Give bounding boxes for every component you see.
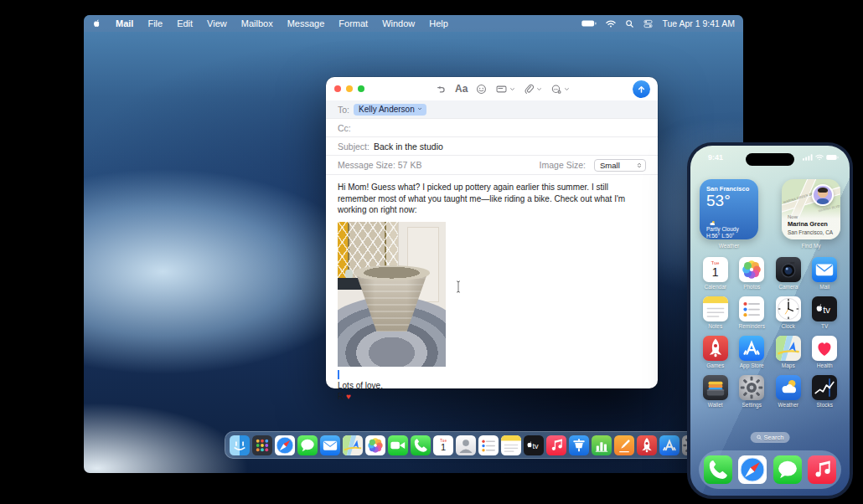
header-fields-button[interactable] xyxy=(495,84,515,95)
shelf-ceramic xyxy=(345,270,353,278)
iphone-dock-messages[interactable] xyxy=(773,455,802,484)
close-window-button[interactable] xyxy=(334,85,341,92)
undo-button[interactable] xyxy=(435,83,447,95)
iphone-app-mail[interactable]: Mail xyxy=(808,257,841,290)
attach-file-button[interactable] xyxy=(524,84,542,95)
dock-item-contacts[interactable] xyxy=(456,435,476,455)
finder-icon xyxy=(230,435,250,455)
dock-item-finder[interactable] xyxy=(230,435,250,455)
format-text-button[interactable]: Aa xyxy=(455,83,468,95)
iphone-app-notes[interactable]: Notes xyxy=(699,296,732,329)
status-time: 9:41 xyxy=(708,153,723,162)
apple-menu-icon[interactable] xyxy=(92,18,102,29)
dock-item-mail[interactable] xyxy=(320,435,340,455)
iphone-dock-phone[interactable] xyxy=(704,455,732,484)
menu-item-view[interactable]: View xyxy=(207,18,227,28)
iphone-app-stocks[interactable]: Stocks xyxy=(808,375,841,408)
iphone: 9:41 San Francisco 53° Partly Cloudy H:5… xyxy=(687,142,853,499)
dock-item-photos[interactable] xyxy=(365,435,385,455)
iphone-screen: 9:41 San Francisco 53° Partly Cloudy H:5… xyxy=(690,146,850,496)
compose-toolbar: Aa xyxy=(326,77,658,100)
iphone-app-app-store[interactable]: App Store xyxy=(735,336,768,368)
iphone-app-reminders[interactable]: Reminders xyxy=(735,296,768,329)
recipient-token[interactable]: Kelly Anderson xyxy=(354,104,426,116)
iphone-app-calendar[interactable]: Tue1Calendar xyxy=(699,257,732,290)
games-icon xyxy=(703,336,728,361)
control-center-icon[interactable] xyxy=(643,19,653,28)
games-icon xyxy=(637,435,657,455)
iphone-app-settings[interactable]: Settings xyxy=(735,375,768,408)
dock-item-notes[interactable] xyxy=(501,435,521,455)
message-body[interactable]: Hi Mom! Guess what? I picked up pottery … xyxy=(326,175,658,403)
tv-icon xyxy=(524,435,544,455)
app-grid: Tue1Calendar Photos Camera Mail Notes Re… xyxy=(697,257,843,408)
cc-label: Cc: xyxy=(338,123,351,133)
mac-desktop: Mail File Edit View Mailbox Message Form… xyxy=(84,15,743,473)
mail-icon xyxy=(320,435,340,455)
minimize-window-button[interactable] xyxy=(346,85,353,92)
image-size-select[interactable]: Small xyxy=(594,159,646,172)
spotlight-search-pill[interactable]: Search xyxy=(751,432,790,443)
search-icon[interactable] xyxy=(625,19,634,28)
stocks-icon xyxy=(812,375,837,400)
dock-item-calendar[interactable]: Tue1 xyxy=(433,435,453,455)
pages-icon xyxy=(614,435,634,455)
dock-item-facetime[interactable] xyxy=(388,435,408,455)
iphone-app-weather[interactable]: Weather xyxy=(772,375,805,408)
subject-label: Subject: xyxy=(338,141,369,152)
iphone-app-camera[interactable]: Camera xyxy=(772,257,805,290)
dock-item-reminders[interactable] xyxy=(478,435,499,455)
menu-item-help[interactable]: Help xyxy=(429,18,448,28)
menu-item-message[interactable]: Message xyxy=(287,18,325,28)
dock-item-keynote[interactable] xyxy=(569,435,589,455)
keynote-icon xyxy=(569,435,589,455)
battery-icon[interactable] xyxy=(581,20,597,27)
iphone-app-tv[interactable]: TV xyxy=(808,296,841,329)
menu-item-mailbox[interactable]: Mailbox xyxy=(241,18,273,28)
pottery-attachment-image[interactable] xyxy=(338,222,446,367)
zoom-window-button[interactable] xyxy=(358,85,364,92)
dock-item-app-store[interactable] xyxy=(659,435,680,455)
dock-item-tv[interactable] xyxy=(524,435,544,455)
menu-item-edit[interactable]: Edit xyxy=(177,18,193,28)
emoji-button[interactable] xyxy=(476,84,487,95)
dock-item-launchpad[interactable] xyxy=(252,435,272,455)
notes-icon xyxy=(703,296,728,321)
iphone-app-maps[interactable]: Maps xyxy=(772,336,805,368)
dock-item-safari[interactable] xyxy=(275,435,295,455)
send-button[interactable] xyxy=(633,80,650,98)
dock-item-games[interactable] xyxy=(637,435,657,455)
menu-item-format[interactable]: Format xyxy=(338,18,368,28)
signature-line-1: Lots of love, xyxy=(338,380,646,392)
stepper-icon xyxy=(636,161,643,170)
iphone-app-games[interactable]: Games xyxy=(699,336,732,368)
menu-item-window[interactable]: Window xyxy=(382,18,415,28)
iphone-app-clock[interactable]: Clock xyxy=(772,296,805,329)
send-icon xyxy=(636,84,647,95)
iphone-app-health[interactable]: Health xyxy=(808,336,841,368)
cc-field[interactable]: Cc: xyxy=(326,119,658,137)
find-my-widget[interactable]: MARINA GREEN DR MARINA BLVD Now Marina G… xyxy=(782,179,840,239)
iphone-dock-safari[interactable] xyxy=(738,455,767,484)
iphone-app-wallet[interactable]: Wallet xyxy=(699,375,732,408)
dock-item-phone[interactable] xyxy=(411,435,431,455)
insert-photo-button[interactable] xyxy=(550,84,570,95)
menu-item-mail[interactable]: Mail xyxy=(116,18,133,28)
wifi-icon[interactable] xyxy=(606,20,616,28)
to-field[interactable]: To: Kelly Anderson xyxy=(326,100,658,119)
message-size-text: Message Size: 57 KB xyxy=(338,160,421,170)
menu-bar: Mail File Edit View Mailbox Message Form… xyxy=(84,15,743,32)
iphone-dock-music[interactable] xyxy=(808,455,836,484)
dock-item-maps[interactable] xyxy=(343,435,363,455)
subject-field[interactable]: Subject: Back in the studio xyxy=(326,137,658,156)
dock-item-pages[interactable] xyxy=(614,435,634,455)
notes-icon xyxy=(501,435,521,455)
iphone-app-photos[interactable]: Photos xyxy=(735,257,768,290)
menu-item-file[interactable]: File xyxy=(147,18,163,28)
dock-item-messages[interactable] xyxy=(297,435,318,455)
dock-item-numbers[interactable] xyxy=(592,435,612,455)
chevron-down-icon xyxy=(536,86,542,92)
dock-item-music[interactable] xyxy=(546,435,566,455)
weather-widget[interactable]: San Francisco 53° Partly Cloudy H:56° L:… xyxy=(700,179,758,239)
menu-clock[interactable]: Tue Apr 1 9:41 AM xyxy=(662,18,735,28)
